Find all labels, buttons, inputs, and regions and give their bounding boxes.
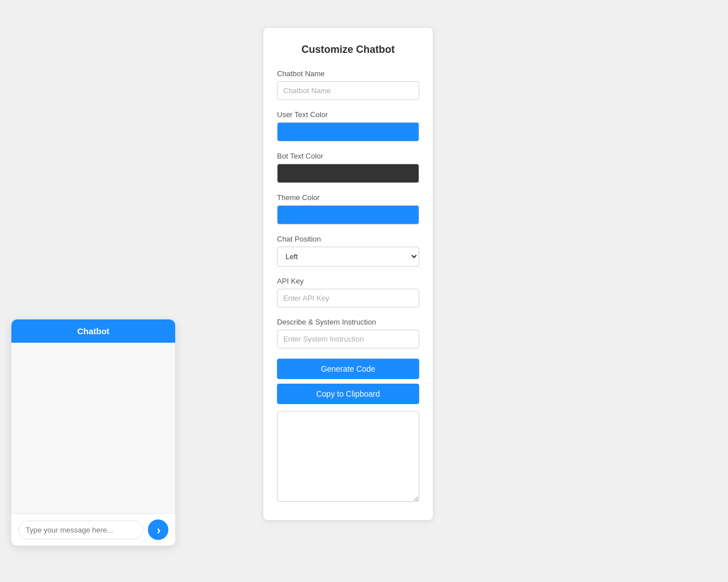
generate-code-button[interactable]: Generate Code (277, 359, 419, 379)
system-instruction-label: Describe & System Instruction (277, 318, 419, 326)
theme-color-group: Theme Color (277, 193, 419, 225)
chat-position-select[interactable]: Left Right Center (277, 247, 419, 267)
user-text-color-swatch[interactable] (277, 122, 419, 142)
panel-title: Customize Chatbot (277, 44, 419, 56)
theme-color-swatch[interactable] (277, 205, 419, 225)
bot-text-color-label: Bot Text Color (277, 152, 419, 160)
api-key-label: API Key (277, 277, 419, 285)
chatbot-name-label: Chatbot Name (277, 69, 419, 78)
theme-color-label: Theme Color (277, 193, 419, 202)
chatbot-footer (11, 513, 175, 546)
bot-text-color-group: Bot Text Color (277, 152, 419, 183)
chat-position-group: Chat Position Left Right Center (277, 235, 419, 267)
system-instruction-input[interactable] (277, 330, 419, 348)
code-output-textarea[interactable] (277, 411, 419, 502)
chatbot-name-group: Chatbot Name (277, 69, 419, 100)
chatbot-body (11, 343, 175, 513)
user-text-color-label: User Text Color (277, 110, 419, 119)
api-key-input[interactable] (277, 289, 419, 307)
system-instruction-group: Describe & System Instruction (277, 318, 419, 348)
customize-panel: Customize Chatbot Chatbot Name User Text… (263, 27, 433, 521)
chatbot-name-input[interactable] (277, 81, 419, 100)
api-key-group: API Key (277, 277, 419, 307)
chatbot-header: Chatbot (11, 319, 175, 343)
chat-send-button[interactable] (148, 519, 168, 540)
bot-text-color-swatch[interactable] (277, 164, 419, 183)
chatbot-widget: Chatbot (11, 319, 175, 546)
user-text-color-group: User Text Color (277, 110, 419, 142)
chat-message-input[interactable] (18, 521, 143, 539)
chat-position-label: Chat Position (277, 235, 419, 243)
copy-to-clipboard-button[interactable]: Copy to Clipboard (277, 384, 419, 404)
